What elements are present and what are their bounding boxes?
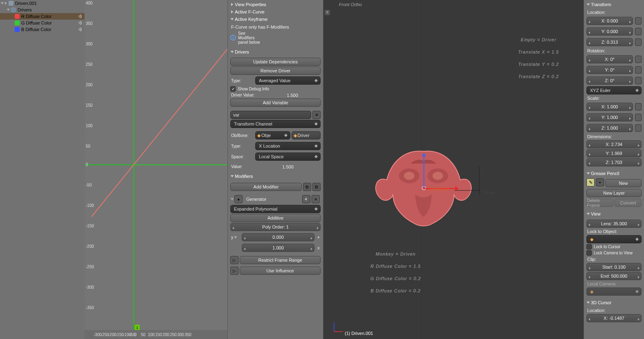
panel-active-keyframe[interactable]: Active Keyframe bbox=[230, 16, 321, 23]
mute-mod-button[interactable] bbox=[302, 195, 310, 203]
cursor-x-field[interactable]: X: -0.1487 bbox=[586, 314, 642, 322]
add-variable-button[interactable]: Add Variable bbox=[230, 99, 321, 107]
delete-var-button[interactable]: ✕ bbox=[312, 111, 321, 119]
add-modifier-button[interactable]: Add Modifier bbox=[230, 183, 302, 191]
dim-x-field[interactable]: X: 2.734 bbox=[586, 140, 642, 148]
poly-order-field[interactable]: Poly Order: 1 bbox=[230, 223, 321, 231]
var-name-input[interactable]: var bbox=[230, 111, 311, 119]
rot-z-field[interactable]: Z: 0° bbox=[586, 76, 633, 85]
poly-mode-dropdown[interactable]: Expanded Polynomial bbox=[230, 205, 321, 213]
gp-new-button[interactable]: New bbox=[605, 179, 642, 187]
gp-add-button[interactable]: + bbox=[596, 178, 604, 186]
keyframe-button[interactable] bbox=[635, 103, 642, 110]
scale-x-field[interactable]: X: 1.000 bbox=[586, 103, 633, 111]
expand-icon[interactable] bbox=[1, 2, 4, 4]
current-frame[interactable]: 1 bbox=[135, 325, 140, 330]
scale-y-field[interactable]: Y: 1.000 bbox=[586, 113, 633, 121]
panel-view[interactable]: View bbox=[586, 210, 642, 218]
coef1-field[interactable]: 1.000 bbox=[242, 244, 314, 252]
loc-z-field[interactable]: Z: 0.313 bbox=[586, 38, 633, 46]
channel-color-icon bbox=[15, 27, 20, 32]
add-tab-button[interactable]: + bbox=[325, 10, 330, 15]
coef0-field[interactable]: 0.000 bbox=[242, 233, 314, 241]
local-cam-dropdown[interactable]: ◆ bbox=[586, 287, 642, 296]
expand-icon[interactable] bbox=[7, 9, 10, 11]
lock-object-dropdown[interactable]: ◆ bbox=[586, 235, 642, 243]
additive-toggle[interactable]: Additive bbox=[230, 214, 321, 222]
dim-y-field[interactable]: Y: 1.969 bbox=[586, 149, 642, 157]
panel-drivers[interactable]: Drivers bbox=[230, 48, 321, 56]
remove-driver-button[interactable]: Remove Driver bbox=[230, 67, 321, 75]
loc-y-field[interactable]: Y: 0.000 bbox=[586, 27, 633, 36]
gp-delete-frame-button[interactable]: Delete Frame bbox=[586, 199, 613, 207]
keyframe-button[interactable] bbox=[635, 77, 642, 84]
keyframe-button[interactable] bbox=[635, 56, 642, 63]
object-dropdown[interactable]: ◆Obje bbox=[255, 131, 290, 139]
chevron-down-icon[interactable] bbox=[231, 198, 234, 200]
gp-draw-button[interactable]: ✎ bbox=[586, 178, 595, 186]
panel-transform[interactable]: Transform bbox=[586, 1, 642, 8]
speaker-icon[interactable] bbox=[78, 27, 83, 32]
show-debug-label: Show Debug Info bbox=[237, 86, 269, 92]
panel-title: Active F-Curve bbox=[235, 9, 265, 14]
channel-g[interactable]: G Diffuse Color bbox=[0, 20, 85, 26]
lens-field[interactable]: Lens: 35.000 bbox=[586, 220, 642, 228]
keyframe-button[interactable] bbox=[635, 38, 642, 46]
panel-active-fcurve[interactable]: Active F-Curve bbox=[230, 8, 321, 16]
keyframe-button[interactable] bbox=[635, 114, 642, 121]
show-debug-row[interactable]: Show Debug Info bbox=[230, 86, 321, 92]
x-tick: -200 bbox=[108, 332, 116, 337]
var-kind-dropdown[interactable]: Transform Channel bbox=[230, 120, 321, 128]
expand-restrict-button[interactable]: ▷ bbox=[230, 256, 238, 264]
speaker-icon[interactable] bbox=[78, 20, 83, 26]
scale-z-field[interactable]: Z: 1.000 bbox=[586, 124, 633, 132]
delete-mod-button[interactable]: ✕ bbox=[312, 195, 320, 203]
lock-cursor-checkbox[interactable] bbox=[586, 244, 592, 249]
gp-newlayer-button[interactable]: New Layer bbox=[586, 189, 642, 197]
panel-modifiers[interactable]: Modifiers bbox=[230, 173, 321, 180]
graph-editor[interactable]: 400 350 300 250 200 150 100 50 0 -50 -10… bbox=[85, 0, 227, 339]
root-label: Driven.001 bbox=[15, 1, 37, 6]
use-influence-button[interactable]: Use Influence bbox=[240, 267, 321, 275]
driver-type-dropdown[interactable]: Averaged Value bbox=[255, 76, 321, 85]
loc-x-field[interactable]: X: 0.000 bbox=[586, 17, 633, 25]
expand-icon[interactable] bbox=[5, 2, 7, 5]
3d-viewport[interactable]: + Front Ortho Empty = Driver Translate X… bbox=[323, 0, 584, 339]
outliner-group[interactable]: Drivers bbox=[0, 7, 85, 13]
show-debug-checkbox[interactable] bbox=[230, 86, 236, 92]
expand-influence-button[interactable]: ▷ bbox=[230, 267, 238, 275]
panel-view-props[interactable]: View Properties bbox=[230, 1, 321, 8]
clip-end-field[interactable]: End: 500.000 bbox=[586, 272, 642, 280]
restrict-range-button[interactable]: Restrict Frame Range bbox=[240, 256, 321, 264]
copy-mods-button[interactable]: ⧉ bbox=[303, 183, 311, 191]
outliner-root[interactable]: Driven.001 bbox=[0, 0, 85, 7]
rotation-mode-dropdown[interactable]: XYZ Euler bbox=[586, 86, 642, 94]
panel-grease-pencil[interactable]: Grease Pencil bbox=[586, 170, 642, 177]
lock-cursor-row[interactable]: Lock to Cursor bbox=[586, 244, 642, 249]
keyframe-button[interactable] bbox=[635, 66, 642, 74]
rot-x-field[interactable]: X: 0° bbox=[586, 55, 633, 63]
space-dropdown[interactable]: Local Space bbox=[255, 153, 321, 161]
panel-title: View bbox=[591, 211, 601, 216]
y-tick: 350 bbox=[86, 21, 93, 26]
clip-start-field[interactable]: Start: 0.100 bbox=[586, 263, 642, 271]
panel-3d-cursor[interactable]: 3D Cursor bbox=[586, 299, 642, 306]
channel-b[interactable]: B Diffuse Color bbox=[0, 26, 85, 33]
var-type-dropdown[interactable]: X Location bbox=[255, 142, 321, 150]
lock-cam-row[interactable]: Lock Camera to View bbox=[586, 250, 642, 256]
keyframe-button[interactable] bbox=[635, 17, 642, 25]
keyframe-button[interactable] bbox=[635, 124, 642, 132]
bone-input[interactable]: ◆Driver bbox=[292, 131, 321, 139]
dim-z-field[interactable]: Z: 1.703 bbox=[586, 158, 642, 166]
update-deps-button[interactable]: Update Dependencies bbox=[230, 58, 321, 66]
rot-y-field[interactable]: Y: 0° bbox=[586, 66, 633, 74]
z-axis-arrow[interactable] bbox=[423, 155, 424, 188]
channel-r[interactable]: R Diffuse Color bbox=[0, 13, 85, 20]
annotation-monkey: Monkey = Driven R Diffuse Color = 1.5 G … bbox=[370, 248, 421, 297]
lock-cam-checkbox[interactable] bbox=[586, 250, 592, 256]
paste-mods-button[interactable]: ⧉ bbox=[312, 183, 321, 191]
gp-convert-button[interactable]: Convert bbox=[615, 199, 642, 207]
active-mod-icon[interactable]: ● bbox=[234, 195, 243, 203]
speaker-icon[interactable] bbox=[78, 13, 83, 19]
keyframe-button[interactable] bbox=[635, 28, 642, 35]
